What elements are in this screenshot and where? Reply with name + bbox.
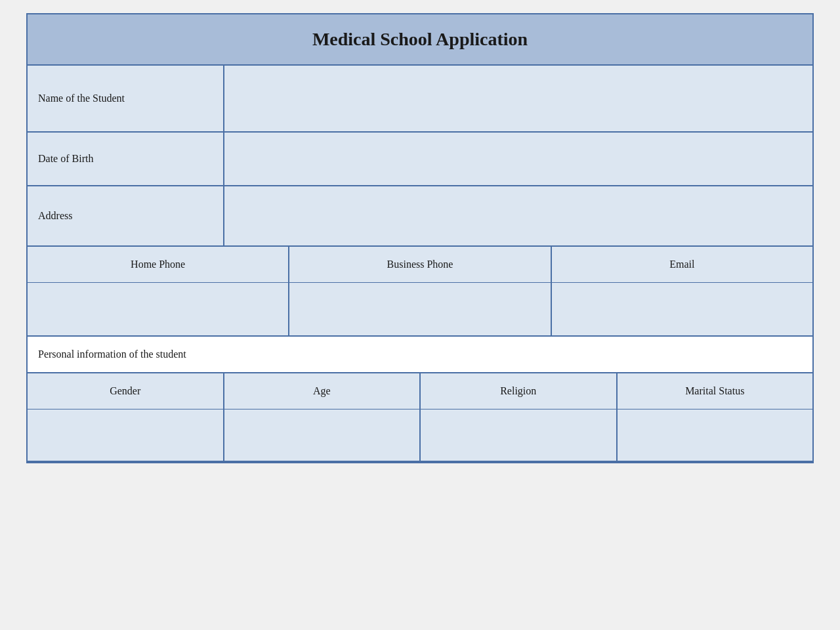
- religion-label: Religion: [421, 373, 618, 409]
- name-value-cell[interactable]: [224, 66, 812, 131]
- address-row: Address: [28, 186, 812, 247]
- personal-info-label: Personal information of the student: [38, 348, 186, 360]
- gender-input[interactable]: [34, 430, 217, 441]
- form-title-row: Medical School Application: [28, 14, 812, 66]
- personal-info-input-row: [28, 410, 812, 462]
- religion-cell[interactable]: [421, 410, 618, 461]
- personal-info-header-row: Gender Age Religion Marital Status: [28, 373, 812, 410]
- application-form: Medical School Application Name of the S…: [26, 13, 814, 463]
- gender-label: Gender: [28, 373, 224, 409]
- form-title: Medical School Application: [34, 29, 806, 50]
- marital-status-cell[interactable]: [618, 410, 813, 461]
- age-input[interactable]: [231, 430, 413, 441]
- religion-input[interactable]: [427, 430, 610, 441]
- phone-email-header-row: Home Phone Business Phone Email: [28, 247, 812, 283]
- name-label: Name of the Student: [28, 66, 224, 131]
- home-phone-label: Home Phone: [28, 247, 289, 282]
- marital-status-label: Marital Status: [618, 373, 813, 409]
- email-label: Email: [552, 247, 812, 282]
- dob-input[interactable]: [235, 146, 802, 158]
- business-phone-input[interactable]: [296, 303, 543, 314]
- dob-value-cell[interactable]: [224, 133, 812, 185]
- address-label: Address: [28, 186, 224, 245]
- email-cell[interactable]: [552, 283, 812, 335]
- gender-cell[interactable]: [28, 410, 224, 461]
- personal-info-section-label: Personal information of the student: [28, 337, 812, 373]
- age-label: Age: [224, 373, 421, 409]
- business-phone-label: Business Phone: [289, 247, 551, 282]
- name-input[interactable]: [235, 79, 802, 91]
- name-row: Name of the Student: [28, 66, 812, 133]
- address-input[interactable]: [235, 200, 802, 211]
- business-phone-cell[interactable]: [289, 283, 551, 335]
- address-value-cell[interactable]: [224, 186, 812, 245]
- dob-label: Date of Birth: [28, 133, 224, 185]
- age-cell[interactable]: [224, 410, 421, 461]
- dob-row: Date of Birth: [28, 133, 812, 186]
- email-input[interactable]: [558, 303, 806, 314]
- home-phone-cell[interactable]: [28, 283, 289, 335]
- phone-email-input-row: [28, 283, 812, 337]
- home-phone-input[interactable]: [34, 303, 282, 314]
- marital-status-input[interactable]: [624, 430, 807, 441]
